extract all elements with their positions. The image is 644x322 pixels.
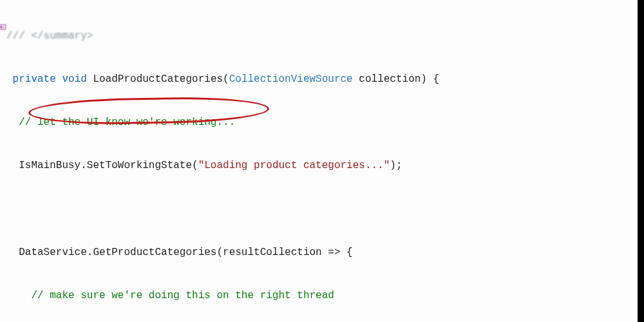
code-blank-line [6,202,631,216]
xml-doc-comment: /// [6,30,31,42]
string-literal: "Loading product categories..." [198,160,390,171]
type-name: CollectionViewSource [229,73,353,85]
call-text: DataService.GetProductCategories(resultC… [6,247,353,258]
params-close: collection) { [353,73,439,85]
method-name: LoadProductCategories( [87,73,229,85]
comment-text: // make sure we're doing this on the rig… [6,290,334,301]
call-text: IsMainBusy.SetToWorkingState( [6,160,198,171]
code-line: /// </summary> [6,29,631,43]
code-line: // make sure we're doing this on the rig… [6,289,631,303]
code-line: IsMainBusy.SetToWorkingState("Loading pr… [6,158,631,173]
code-editor-panel: /// </summary> private void LoadProductC… [0,0,638,322]
comment-text: // let the UI know we're working... [6,117,235,128]
xml-doc-tag: </summary> [31,30,93,42]
code-line: private void LoadProductCategories(Colle… [6,72,631,86]
code-text-area[interactable]: /// </summary> private void LoadProductC… [6,0,631,322]
keyword-private: private [13,73,56,85]
call-end: ); [390,160,402,171]
code-line: // let the UI know we're working... [6,115,631,129]
keyword-void: void [62,73,86,85]
code-line: DataService.GetProductCategories(resultC… [6,245,631,260]
